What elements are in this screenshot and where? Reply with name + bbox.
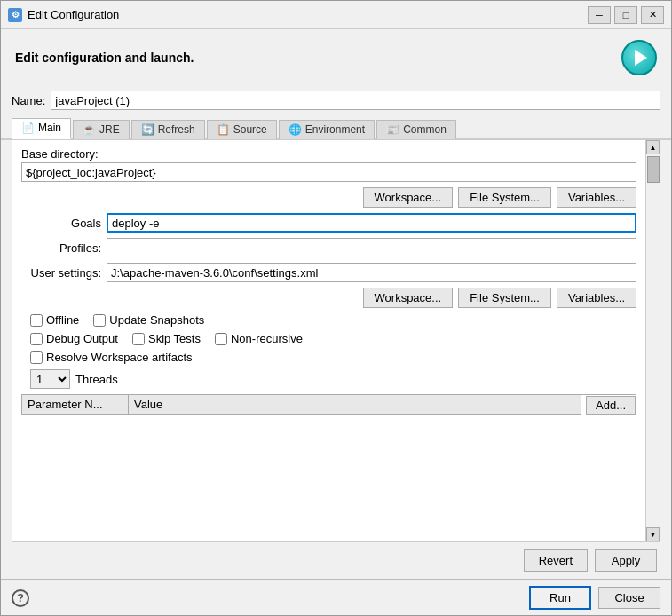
footer-bar: ? Run Close <box>1 580 671 615</box>
tab-common-label: Common <box>403 123 447 136</box>
user-settings-row: User settings: <box>21 263 636 282</box>
non-recursive-label: Non-recursive <box>231 332 303 345</box>
goals-input[interactable] <box>107 213 636 233</box>
scroll-down-button[interactable]: ▼ <box>646 527 660 541</box>
name-label: Name: <box>12 94 45 107</box>
offline-checkbox[interactable] <box>30 314 43 327</box>
run-icon[interactable] <box>621 40 657 75</box>
params-table: Parameter N... Value Add... <box>21 394 636 415</box>
window-title: Edit Configuration <box>28 8 588 21</box>
user-settings-input[interactable] <box>107 263 636 282</box>
tab-environment-label: Environment <box>305 123 365 136</box>
common-tab-icon: 📰 <box>386 123 399 136</box>
help-icon[interactable]: ? <box>12 589 29 607</box>
window-icon: ⚙ <box>8 8 22 22</box>
goals-row: Goals <box>21 213 636 233</box>
env-tab-icon: 🌐 <box>289 123 302 136</box>
threads-label: Threads <box>75 373 118 386</box>
params-header-row: Parameter N... Value Add... <box>22 395 636 415</box>
profiles-label: Profiles: <box>21 241 101 255</box>
tabs-bar: 📄 Main ☕ JRE 🔄 Refresh 📋 Source 🌐 Enviro… <box>1 117 671 140</box>
name-row: Name: <box>1 83 671 117</box>
tab-refresh-label: Refresh <box>158 123 195 136</box>
params-col-name: Parameter N... <box>22 395 129 414</box>
user-settings-btn-row: Workspace... File System... Variables... <box>21 288 636 308</box>
user-settings-label: User settings: <box>21 266 101 280</box>
tab-source-label: Source <box>233 123 267 136</box>
checkbox-row-3: Resolve Workspace artifacts <box>21 351 636 364</box>
workspace-btn-2[interactable]: Workspace... <box>363 288 454 308</box>
header-title: Edit configuration and launch. <box>15 51 194 65</box>
tab-refresh[interactable]: 🔄 Refresh <box>131 120 205 139</box>
close-button[interactable]: Close <box>598 587 660 609</box>
profiles-input[interactable] <box>107 238 636 257</box>
tab-jre[interactable]: ☕ JRE <box>73 120 130 139</box>
jre-tab-icon: ☕ <box>83 123 96 136</box>
base-dir-btn-row: Workspace... File System... Variables... <box>21 187 636 208</box>
help-icon-label: ? <box>17 591 24 604</box>
params-header: Parameter N... Value <box>22 395 581 415</box>
add-param-button[interactable]: Add... <box>586 396 636 415</box>
tab-main-label: Main <box>38 122 61 134</box>
goals-label: Goals <box>21 217 101 230</box>
tab-environment[interactable]: 🌐 Environment <box>279 120 375 139</box>
workspace-btn-1[interactable]: Workspace... <box>363 187 454 208</box>
tab-jre-label: JRE <box>99 123 120 136</box>
refresh-tab-icon: 🔄 <box>141 123 154 136</box>
main-content: Base directory: Workspace... File System… <box>12 140 646 542</box>
titlebar: ⚙ Edit Configuration ─ □ ✕ <box>1 1 671 29</box>
update-snapshots-label: Update Snapshots <box>109 313 204 327</box>
edit-configuration-window: ⚙ Edit Configuration ─ □ ✕ Edit configur… <box>0 0 672 616</box>
variables-btn-1[interactable]: Variables... <box>557 187 636 208</box>
profiles-row: Profiles: <box>21 238 636 257</box>
revert-button[interactable]: Revert <box>524 549 588 572</box>
checkbox-row-1: Offline Update Snapshots <box>21 313 636 327</box>
debug-output-label: Debug Output <box>46 332 118 345</box>
offline-checkbox-item[interactable]: Offline <box>30 313 79 327</box>
base-directory-label: Base directory: <box>21 147 636 161</box>
non-recursive-checkbox-item[interactable]: Non-recursive <box>215 332 303 345</box>
bottom-buttons: Revert Apply <box>1 542 671 579</box>
tab-main[interactable]: 📄 Main <box>12 118 71 139</box>
base-directory-input[interactable] <box>21 162 636 182</box>
content-scrollbar-area: Base directory: Workspace... File System… <box>12 140 660 542</box>
skip-tests-checkbox-item[interactable]: Skip Tests <box>132 332 201 345</box>
maximize-button[interactable]: □ <box>614 6 637 24</box>
non-recursive-checkbox[interactable] <box>215 333 227 345</box>
checkbox-row-2: Debug Output Skip Tests Non-recursive <box>21 332 636 345</box>
run-button[interactable]: Run <box>529 586 591 610</box>
resolve-workspace-label: Resolve Workspace artifacts <box>46 351 193 364</box>
threads-row: 1 2 4 Threads <box>21 369 636 389</box>
skip-tests-checkbox[interactable] <box>132 333 145 345</box>
scroll-thumb[interactable] <box>647 156 660 183</box>
resolve-workspace-checkbox[interactable] <box>30 351 43 364</box>
filesystem-btn-2[interactable]: File System... <box>458 288 551 308</box>
scroll-up-button[interactable]: ▲ <box>646 140 660 154</box>
resolve-workspace-checkbox-item[interactable]: Resolve Workspace artifacts <box>30 351 193 364</box>
variables-btn-2[interactable]: Variables... <box>557 288 636 308</box>
titlebar-buttons: ─ □ ✕ <box>588 6 664 24</box>
threads-select[interactable]: 1 2 4 <box>30 369 70 389</box>
close-window-button[interactable]: ✕ <box>641 6 664 24</box>
header-area: Edit configuration and launch. <box>1 29 671 83</box>
main-tab-icon: 📄 <box>21 122 35 134</box>
scrollbar[interactable]: ▲ ▼ <box>646 140 660 542</box>
filesystem-btn-1[interactable]: File System... <box>458 187 551 208</box>
offline-label: Offline <box>46 313 79 327</box>
params-col-value: Value <box>129 395 581 414</box>
name-input[interactable] <box>51 91 660 110</box>
minimize-button[interactable]: ─ <box>588 6 611 24</box>
debug-output-checkbox[interactable] <box>30 333 43 345</box>
tab-common[interactable]: 📰 Common <box>376 120 456 139</box>
skip-tests-label: Skip Tests <box>148 332 201 345</box>
apply-button[interactable]: Apply <box>595 549 657 572</box>
source-tab-icon: 📋 <box>217 123 230 136</box>
update-snapshots-checkbox[interactable] <box>93 314 106 327</box>
update-snapshots-checkbox-item[interactable]: Update Snapshots <box>93 313 204 327</box>
tab-source[interactable]: 📋 Source <box>207 120 277 139</box>
base-directory-section: Base directory: <box>21 147 636 182</box>
debug-output-checkbox-item[interactable]: Debug Output <box>30 332 118 345</box>
